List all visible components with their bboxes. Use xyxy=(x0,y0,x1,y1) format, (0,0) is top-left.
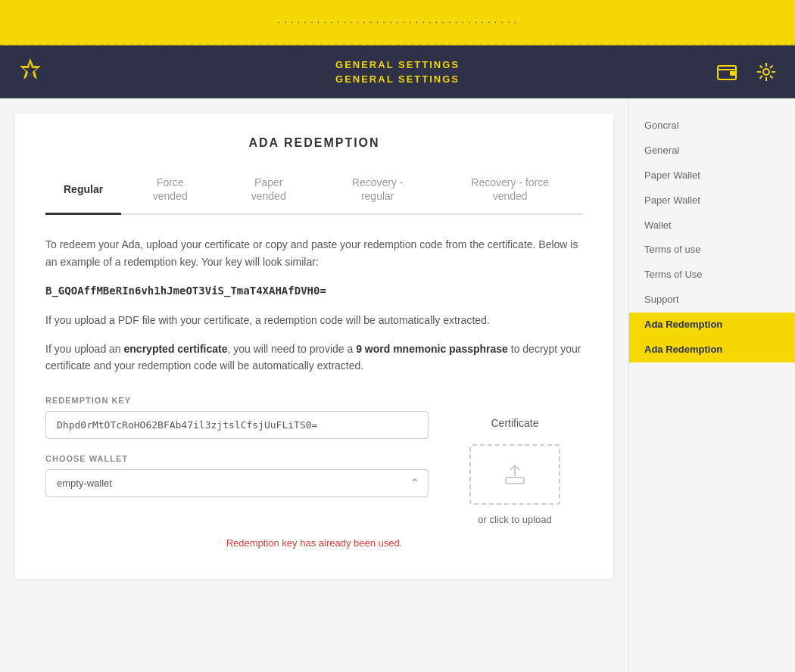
tab-regular[interactable]: Regular xyxy=(45,168,121,213)
svg-rect-3 xyxy=(730,71,735,76)
key-example-line: B_GQOAffMBeRIn6vh1hJmeOT3ViS_TmaT4XAHAfD… xyxy=(45,282,583,299)
description-p2: If you upload a PDF file with your certi… xyxy=(45,312,583,328)
svg-line-11 xyxy=(770,76,773,79)
sidebar-item-terms2[interactable]: Terms of Use xyxy=(629,263,795,288)
banner-text: · · · · · · · · · · · · · · · · · · · · … xyxy=(278,17,517,27)
svg-line-12 xyxy=(770,66,773,69)
sidebar-item-paper-wallet2[interactable]: Paper Wallet xyxy=(629,188,795,213)
header-title-line2: GENERAL SETTINGS xyxy=(335,72,460,87)
svg-line-10 xyxy=(760,66,763,69)
sidebar: Goncral General Paper Wallet Paper Walle… xyxy=(628,98,795,672)
certificate-label: Certificate xyxy=(491,417,538,429)
form-left: REDEMPTION KEY CHOOSE WALLET empty-walle… xyxy=(45,396,429,512)
desc-p3-mid: , you will need to provide a xyxy=(227,343,356,355)
desc-p3-bold2: 9 word mnemonic passphrase xyxy=(356,343,508,355)
tab-paper-vended[interactable]: Paper vended xyxy=(219,168,318,213)
svg-rect-14 xyxy=(506,478,524,484)
settings-icon-button[interactable] xyxy=(753,58,780,86)
sidebar-item-terms1[interactable]: Terms of use xyxy=(629,238,795,263)
redemption-key-input[interactable] xyxy=(45,411,429,439)
upload-area[interactable] xyxy=(469,444,560,505)
top-banner: · · · · · · · · · · · · · · · · · · · · … xyxy=(0,0,795,45)
header-title-block: GENERAL SETTINGS GENERAL SETTINGS xyxy=(335,58,460,87)
tab-recovery-force-vended[interactable]: Recovery - force vended xyxy=(437,168,583,213)
sidebar-item-general[interactable]: General xyxy=(629,138,795,163)
wallet-select[interactable]: empty-wallet xyxy=(45,469,429,497)
settings-icon xyxy=(756,61,777,82)
main-layout: ADA REDEMPTION Regular Force vended Pape… xyxy=(0,98,795,672)
desc-p3-prefix: If you upload an xyxy=(45,343,124,355)
wallet-icon-button[interactable] xyxy=(713,58,740,86)
desc-p3-bold1: encrypted certificate xyxy=(124,343,228,355)
logo xyxy=(15,57,45,87)
upload-icon xyxy=(503,462,527,487)
header-icons xyxy=(713,58,780,86)
sidebar-item-ada-redemption1[interactable]: Ada Redemption xyxy=(629,313,795,338)
description-p3: If you upload an encrypted certificate, … xyxy=(45,341,583,375)
svg-line-13 xyxy=(760,76,763,79)
form-row: REDEMPTION KEY CHOOSE WALLET empty-walle… xyxy=(45,396,583,525)
choose-wallet-label: CHOOSE WALLET xyxy=(45,454,429,463)
sidebar-item-goncral[interactable]: Goncral xyxy=(629,114,795,138)
sidebar-item-ada-redemption2[interactable]: Ada Redemption xyxy=(629,338,795,362)
key-example: B_GQOAffMBeRIn6vh1hJmeOT3ViS_TmaT4XAHAfD… xyxy=(45,285,326,297)
upload-text: or click to upload xyxy=(478,514,552,525)
header-title-line1: GENERAL SETTINGS xyxy=(335,58,460,73)
sidebar-item-support[interactable]: Support xyxy=(629,288,795,313)
redemption-key-label: REDEMPTION KEY xyxy=(45,396,429,405)
description-p1: To redeem your Ada, upload your certific… xyxy=(45,236,583,270)
choose-wallet-group: CHOOSE WALLET empty-wallet ⌃ xyxy=(45,454,429,497)
wallet-select-wrapper: empty-wallet ⌃ xyxy=(45,469,429,497)
content-area: ADA REDEMPTION Regular Force vended Pape… xyxy=(0,98,628,672)
card: ADA REDEMPTION Regular Force vended Pape… xyxy=(15,114,613,579)
svg-point-5 xyxy=(763,69,769,75)
error-message: Redemption key has already been used. xyxy=(45,537,583,549)
tabs: Regular Force vended Paper vended Recove… xyxy=(45,168,583,215)
tab-recovery-regular[interactable]: Recovery - regular xyxy=(318,168,437,213)
sidebar-item-paper-wallet1[interactable]: Paper Wallet xyxy=(629,163,795,188)
logo-icon xyxy=(15,57,45,87)
page-title: ADA REDEMPTION xyxy=(45,136,583,150)
redemption-key-group: REDEMPTION KEY xyxy=(45,396,429,439)
wallet-icon xyxy=(716,61,737,82)
sidebar-item-wallet[interactable]: Wallet xyxy=(629,213,795,238)
header-nav: GENERAL SETTINGS GENERAL SETTINGS xyxy=(0,45,795,98)
tab-force-vended[interactable]: Force vended xyxy=(121,168,219,213)
form-right: Certificate or click to upload xyxy=(447,396,583,525)
